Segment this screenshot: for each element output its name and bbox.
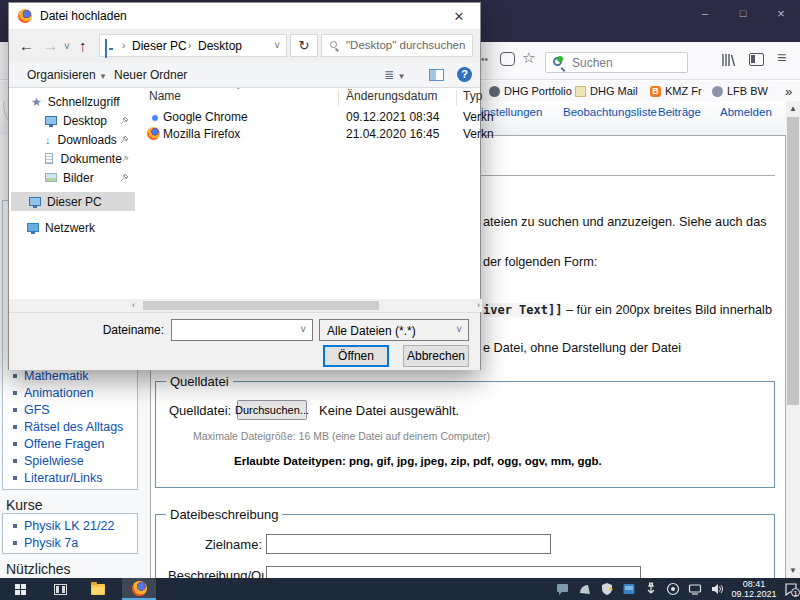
description-textarea[interactable] (266, 566, 641, 578)
sidebar-link[interactable]: Literatur/Links (3, 469, 137, 486)
sidebar-link[interactable]: Spielwiese (3, 452, 137, 469)
max-size-text: Maximale Dateigröße: 16 MB (eine Datei a… (193, 430, 490, 442)
preview-pane-icon[interactable] (429, 69, 444, 81)
nav-this-pc[interactable]: Dieser PC (11, 192, 135, 211)
nav-pictures[interactable]: Bilder (9, 168, 137, 187)
scroll-up-icon[interactable]: ▲ (786, 104, 800, 113)
firefox-taskbar-button[interactable] (122, 578, 156, 600)
personal-link-watchlist[interactable]: Beobachtungsliste (563, 106, 657, 118)
organize-button[interactable]: Organisieren ▼ (27, 68, 107, 82)
file-row[interactable]: Google Chrome 09.12.2021 08:34 Verkn (137, 109, 482, 126)
sidebar-toggle-icon[interactable] (749, 53, 764, 66)
library-icon[interactable] (720, 52, 736, 68)
browse-button[interactable]: Durchsuchen... (237, 400, 307, 420)
menu-icon[interactable]: ≡ (777, 49, 786, 67)
tray-security-icon[interactable] (600, 582, 614, 596)
tray-app-icon[interactable] (622, 582, 636, 596)
scroll-down-icon[interactable]: ▼ (786, 566, 800, 575)
minimize-icon[interactable]: – (686, 0, 724, 26)
tray-dish-icon[interactable] (578, 582, 592, 596)
back-icon[interactable]: ← (19, 37, 34, 54)
nav-quick-access[interactable]: ★ Schnellzugriff (9, 92, 137, 111)
file-explorer-button[interactable] (84, 578, 112, 600)
sidebar-link[interactable]: Physik LK 21/22 (3, 517, 137, 534)
search-placeholder: Suchen (572, 56, 613, 70)
tray-eye-icon[interactable] (666, 582, 680, 596)
close-icon[interactable]: × (762, 0, 800, 26)
bullet-icon (13, 408, 17, 412)
bookmark-star-icon[interactable]: ☆ (522, 49, 535, 67)
file-description-fieldset: Dateibeschreibung Zielname: Beschreibung… (155, 514, 775, 578)
personal-link-logout[interactable]: Abmelden (720, 106, 772, 118)
open-button[interactable]: Öffnen (323, 345, 389, 367)
sidebar-link[interactable]: Animationen (3, 384, 137, 401)
notification-center-button[interactable]: 1 (784, 582, 798, 596)
horizontal-scrollbar[interactable]: ‹ › (130, 299, 482, 312)
browser-search-input[interactable]: Suchen (545, 52, 688, 73)
nav-documents[interactable]: Dokumente (9, 149, 137, 168)
extension-icon[interactable]: •• (481, 54, 488, 65)
refresh-button[interactable]: ↻ (290, 34, 318, 57)
column-header-date[interactable]: Änderungsdatum (346, 89, 437, 103)
bookmarks-overflow-chevron[interactable]: » (785, 83, 792, 99)
tray-chat-icon[interactable] (556, 582, 570, 596)
file-row[interactable]: Mozilla Firefox 21.04.2020 16:45 Verkn (137, 126, 482, 143)
personal-link-contributions[interactable]: Beiträge (658, 106, 701, 118)
sidebar-link[interactable]: Rätsel des Alltags (3, 418, 137, 435)
dialog-title: Datei hochladen (40, 9, 127, 23)
pictures-icon (45, 173, 57, 182)
up-icon[interactable]: ↑ (79, 37, 87, 54)
hscrollbar-thumb[interactable] (143, 301, 379, 310)
dialog-search-input[interactable]: "Desktop" durchsuchen (321, 34, 473, 57)
history-chevron-icon[interactable]: ˅ (64, 41, 70, 52)
maximize-icon[interactable]: □ (724, 0, 762, 26)
scroll-right-icon[interactable]: › (477, 300, 480, 310)
bookmark-item[interactable]: LFB BW (712, 83, 768, 99)
start-button[interactable] (6, 578, 34, 600)
tray-usb-icon[interactable] (644, 582, 658, 596)
nav-downloads[interactable]: ↓ Downloads (9, 130, 137, 149)
bullet-icon (13, 524, 17, 528)
cancel-button[interactable]: Abbrechen (403, 345, 469, 367)
task-view-icon (54, 584, 67, 595)
firefox-file-icon (147, 127, 160, 140)
taskbar-clock[interactable]: 08:41 09.12.2021 (726, 579, 782, 599)
quick-access-icon: ★ (31, 95, 42, 109)
bullet-icon (13, 476, 17, 480)
tray-network-icon[interactable] (688, 582, 702, 596)
breadcrumb-root[interactable]: Dieser PC (132, 39, 187, 53)
target-name-input[interactable] (266, 534, 551, 554)
help-icon[interactable]: ? (457, 67, 472, 82)
filetype-select[interactable]: Alle Dateien (*.*) ˅ (319, 319, 469, 341)
view-list-icon[interactable]: ≣ ▼ (384, 68, 405, 82)
nav-desktop[interactable]: Desktop (9, 111, 137, 130)
sidebar-link[interactable]: Offene Fragen (3, 435, 137, 452)
column-header-type[interactable]: Typ (463, 89, 482, 103)
bookmark-item[interactable]: B KMZ Fr (650, 83, 702, 99)
notification-badge: 1 (791, 588, 800, 597)
filename-chevron-icon[interactable]: ˅ (300, 324, 306, 335)
pin-icon (120, 135, 129, 144)
bookmark-item[interactable]: DHG Mail (575, 83, 638, 99)
dialog-close-icon[interactable]: ✕ (438, 3, 480, 29)
breadcrumb-chevron-icon[interactable]: ˅ (274, 40, 280, 51)
column-header-name[interactable]: Name (149, 89, 181, 103)
nav-network[interactable]: Netzwerk (9, 218, 137, 237)
tray-volume-icon[interactable] (710, 582, 724, 596)
filename-input[interactable]: ˅ (171, 319, 313, 341)
new-folder-button[interactable]: Neuer Ordner (114, 68, 187, 82)
page-scrollbar[interactable]: ▲ ▼ (786, 101, 800, 578)
breadcrumb-leaf[interactable]: Desktop (198, 39, 242, 53)
bookmark-favicon (489, 86, 500, 97)
scrollbar-thumb[interactable] (787, 117, 799, 405)
form-hint-fragment: der folgenden Form: (483, 255, 597, 269)
scroll-left-icon[interactable]: ‹ (132, 300, 135, 310)
sidebar-link[interactable]: Physik 7a (3, 534, 137, 551)
dialog-command-bar: Organisieren ▼ Neuer Ordner ≣ ▼ ? (9, 63, 480, 88)
sidebar-link[interactable]: GFS (3, 401, 137, 418)
forward-icon[interactable]: → (43, 37, 58, 54)
breadcrumb[interactable]: › Dieser PC › Desktop ˅ (99, 34, 287, 57)
task-view-button[interactable] (46, 578, 74, 600)
pocket-icon[interactable] (500, 52, 515, 66)
bookmark-item[interactable]: DHG Portfolio (489, 83, 572, 99)
